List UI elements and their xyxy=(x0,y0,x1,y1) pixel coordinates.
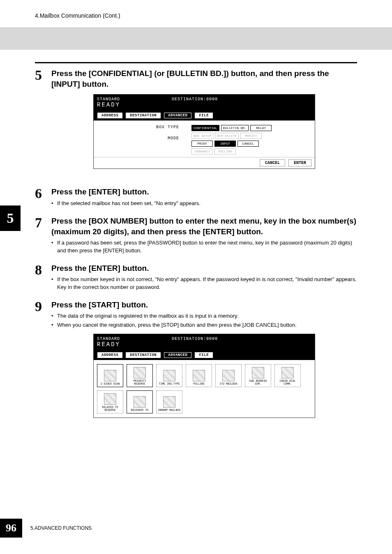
status-ready: READY xyxy=(97,341,120,348)
step-heading: Press the [CONFIDENTIAL] (or [BULLETIN B… xyxy=(51,68,357,89)
time-icon xyxy=(163,370,175,381)
status-standard: STANDARD xyxy=(97,97,120,102)
recovery-icon xyxy=(134,396,146,408)
adv-onramp: ONRAMP MAILBOX xyxy=(156,390,182,413)
device-screen-2: STANDARD READY DESTINATION:0000 ADDRESS … xyxy=(93,334,315,418)
step-9: 9 Press the [START] button. The data of … xyxy=(35,300,357,428)
tab-address[interactable]: ADDRESS xyxy=(97,352,123,358)
adv-time-ins: TIME INS.TYPE xyxy=(156,364,182,387)
page-header: 4.Mailbox Communication (Cont.) xyxy=(0,0,392,27)
onramp-icon xyxy=(163,396,175,408)
btn-input[interactable]: INPUT xyxy=(214,141,236,147)
screen-body: BOX TYPE MODE CONFIDENTIAL BULLETIN BD. … xyxy=(94,120,315,157)
tab-address[interactable]: ADDRESS xyxy=(97,112,123,119)
adv-chain-dial: CHAIN DIAL COMM. xyxy=(274,364,301,387)
btn-bulletin[interactable]: BULLETIN BD. xyxy=(221,125,249,131)
horizontal-rule xyxy=(35,62,357,63)
btn-box-setup[interactable]: BOX SETUP xyxy=(191,133,213,139)
step-bullet: If the selected mailbox has not been set… xyxy=(51,200,357,207)
step-bullet: If the box number keyed in is not correc… xyxy=(51,276,357,291)
step-heading: Press the [START] button. xyxy=(51,300,357,310)
label-box-type: BOX TYPE xyxy=(97,125,179,129)
footer-enter[interactable]: ENTER xyxy=(288,159,311,166)
step-heading: Press the [ENTER] button. xyxy=(51,263,357,274)
footer-text: 5.ADVANCED FUNCTIONS xyxy=(30,525,92,531)
tab-advanced[interactable]: ADVANCED xyxy=(164,112,192,119)
scan-icon xyxy=(104,370,116,381)
adv-2sided: 2-SIDED SCAN xyxy=(97,364,123,387)
step-heading: Press the [ENTER] button. xyxy=(51,187,357,197)
device-screen-1: STANDARD READY DESTINATION:0000 ADDRESS … xyxy=(93,94,315,169)
btn-cancel[interactable]: CANCEL xyxy=(238,141,259,147)
btn-confidential[interactable]: CONFIDENTIAL xyxy=(191,125,219,131)
chain-icon xyxy=(281,367,294,379)
btn-transmit[interactable]: TRANSMIT xyxy=(191,148,213,155)
step-5: 5 Press the [CONFIDENTIAL] (or [BULLETIN… xyxy=(35,68,357,179)
step-6: 6 Press the [ENTER] button. If the selec… xyxy=(35,187,357,208)
subaddr-icon xyxy=(252,367,264,379)
step-bullet: If a password has been set, press the [P… xyxy=(51,239,357,254)
adv-sub-address: SUB ADDRESS COM. xyxy=(245,364,271,387)
page-footer: 96 5.ADVANCED FUNCTIONS xyxy=(0,519,92,538)
status-ready: READY xyxy=(97,102,120,108)
btn-print[interactable]: PRINT xyxy=(191,141,213,147)
adv-polling: POLLING xyxy=(186,364,212,387)
destination-label: DESTINATION:0000 xyxy=(172,97,218,102)
polling-icon xyxy=(193,370,205,381)
tabs-row: ADDRESS DESTINATION ADVANCED FILE xyxy=(94,111,315,120)
tabs-row: ADDRESS DESTINATION ADVANCED FILE xyxy=(94,350,315,360)
tab-destination[interactable]: DESTINATION xyxy=(125,352,161,358)
page-number: 96 xyxy=(0,519,22,538)
btn-relay[interactable]: RELAY xyxy=(250,125,272,131)
chapter-number: 5 xyxy=(7,210,14,226)
adv-recovery-tx: RECOVERY TX xyxy=(127,390,153,413)
mailbox-icon xyxy=(222,370,235,381)
step-number: 7 xyxy=(35,216,51,256)
status-bar: STANDARD READY DESTINATION:0000 xyxy=(94,95,315,111)
tab-advanced[interactable]: ADVANCED xyxy=(164,352,192,358)
step-heading: Press the [BOX NUMBER] button to enter t… xyxy=(51,216,357,237)
tab-file[interactable]: FILE xyxy=(194,112,213,119)
content-area: 5 Press the [CONFIDENTIAL] (or [BULLETIN… xyxy=(0,50,392,428)
label-mode: MODE xyxy=(97,136,179,141)
step-number: 6 xyxy=(35,187,51,208)
tab-file[interactable]: FILE xyxy=(194,352,213,358)
step-bullet: The data of the original is registered i… xyxy=(51,312,357,320)
step-number: 5 xyxy=(35,68,51,179)
clock-icon xyxy=(104,393,116,405)
btn-polling[interactable]: POLLING xyxy=(214,148,236,155)
adv-delayed-tx: DELAYED TX RESERVE xyxy=(97,390,123,413)
step-8: 8 Press the [ENTER] button. If the box n… xyxy=(35,263,357,292)
status-standard: STANDARD xyxy=(97,337,120,341)
btn-box-delete[interactable]: BOX DELETE xyxy=(215,133,239,139)
tab-destination[interactable]: DESTINATION xyxy=(125,112,161,119)
btn-modify[interactable]: MODIFY xyxy=(240,133,262,139)
advanced-grid: 2-SIDED SCAN PRIORITY RESERVE TIME INS.T… xyxy=(94,360,315,418)
footer-cancel[interactable]: CANCEL xyxy=(260,159,285,166)
step-number: 9 xyxy=(35,300,51,428)
screen-footer: CANCEL ENTER xyxy=(94,157,315,169)
priority-icon xyxy=(134,367,146,379)
step-7: 7 Press the [BOX NUMBER] button to enter… xyxy=(35,216,357,256)
adv-itu-mailbox: ITU MAILBOX xyxy=(215,364,242,387)
step-number: 8 xyxy=(35,263,51,292)
chapter-side-tab: 5 xyxy=(0,205,21,231)
status-bar: STANDARD READY DESTINATION:0000 xyxy=(94,334,315,350)
step-bullet: When you cancel the registration, press … xyxy=(51,321,357,329)
breadcrumb-text: 4.Mailbox Communication (Cont.) xyxy=(35,12,120,19)
adv-priority: PRIORITY RESERVE xyxy=(127,364,153,387)
destination-label: DESTINATION:0000 xyxy=(172,337,218,341)
gray-band xyxy=(0,27,392,50)
